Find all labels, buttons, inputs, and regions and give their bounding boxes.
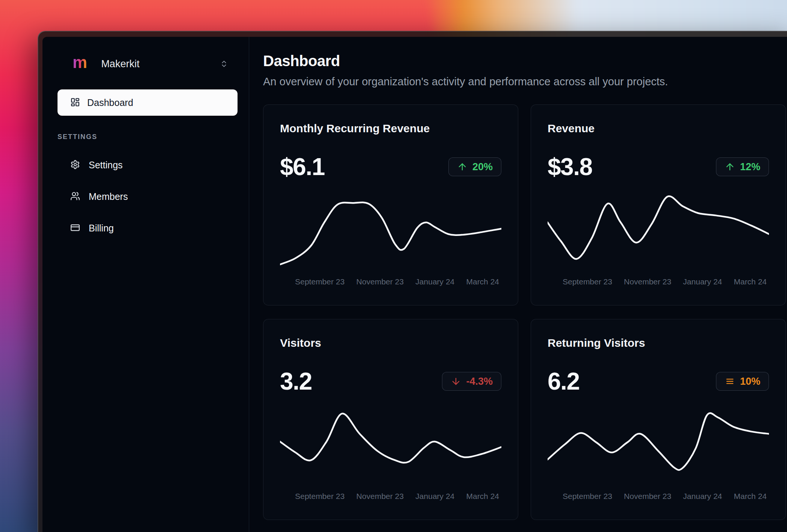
- metrics-grid: Monthly Recurring Revenue $6.1 20% Septe…: [263, 104, 786, 520]
- value-row: $6.1 20%: [280, 153, 501, 181]
- metric-value: $3.8: [548, 153, 592, 181]
- x-axis-labels: September 23November 23January 24March 2…: [280, 277, 501, 286]
- trend-label: -4.3%: [466, 376, 493, 387]
- page-subtitle: An overview of your organization's activ…: [263, 76, 786, 88]
- x-axis-label: January 24: [683, 277, 722, 286]
- trend-badge: -4.3%: [442, 372, 501, 391]
- metric-card: Revenue $3.8 12% September 23November 23…: [531, 104, 786, 305]
- page-title: Dashboard: [263, 53, 786, 70]
- users-icon: [70, 191, 80, 202]
- x-axis-label: March 24: [734, 277, 767, 286]
- sidebar-item-label: Settings: [89, 160, 123, 171]
- x-axis-label: January 24: [683, 492, 722, 501]
- sidebar-item-settings[interactable]: Settings: [58, 154, 238, 175]
- credit-card-icon: [70, 223, 80, 234]
- lines-icon: [725, 376, 735, 387]
- metric-card: Monthly Recurring Revenue $6.1 20% Septe…: [263, 104, 518, 305]
- sidebar: m Makerkit Dashboard SETTINGS Settings M…: [42, 37, 249, 532]
- chevrons-up-down-icon: [220, 60, 228, 68]
- card-title: Visitors: [280, 337, 501, 349]
- metric-value: $6.1: [280, 153, 325, 181]
- line-chart: [548, 187, 769, 275]
- metric-value: 6.2: [548, 367, 579, 395]
- x-axis-label: September 23: [563, 492, 612, 501]
- trend-badge: 10%: [716, 372, 769, 391]
- x-axis-label: November 23: [356, 492, 404, 501]
- x-axis-label: September 23: [563, 277, 612, 286]
- trend-badge: 20%: [448, 157, 501, 176]
- x-axis-label: September 23: [295, 492, 345, 501]
- sidebar-item-label: Members: [89, 191, 128, 202]
- metric-card: Returning Visitors 6.2 10% September 23N…: [531, 319, 786, 520]
- trend-label: 20%: [472, 161, 493, 173]
- card-title: Revenue: [548, 122, 769, 135]
- value-row: $3.8 12%: [548, 153, 769, 181]
- x-axis-label: November 23: [624, 492, 671, 501]
- x-axis-label: March 24: [734, 492, 767, 501]
- sidebar-section-settings: SETTINGS: [58, 133, 238, 141]
- trend-label: 10%: [740, 376, 760, 387]
- makerkit-logo-icon: m: [73, 57, 87, 68]
- x-axis-label: March 24: [466, 492, 499, 501]
- x-axis-labels: September 23November 23January 24March 2…: [280, 492, 501, 501]
- arrow-up-icon: [725, 162, 735, 172]
- x-axis-label: January 24: [415, 492, 454, 501]
- arrow-down-icon: [451, 376, 461, 387]
- sidebar-item-label: Billing: [89, 223, 114, 234]
- line-chart: [280, 401, 501, 490]
- line-chart: [280, 187, 501, 275]
- metric-card: Visitors 3.2 -4.3% September 23November …: [263, 319, 518, 520]
- arrow-up-icon: [457, 162, 468, 172]
- layout-dashboard-icon: [70, 97, 80, 108]
- sidebar-item-billing[interactable]: Billing: [58, 218, 238, 239]
- x-axis-label: March 24: [466, 277, 499, 286]
- workspace-name: Makerkit: [101, 58, 220, 70]
- x-axis-label: September 23: [295, 277, 345, 286]
- card-title: Returning Visitors: [548, 337, 769, 349]
- trend-label: 12%: [740, 161, 760, 173]
- gear-icon: [70, 160, 80, 171]
- sidebar-item-members[interactable]: Members: [58, 186, 238, 207]
- metric-value: 3.2: [280, 367, 312, 395]
- settings-nav: Settings Members Billing: [58, 154, 238, 239]
- value-row: 3.2 -4.3%: [280, 367, 501, 395]
- x-axis-label: January 24: [415, 277, 454, 286]
- value-row: 6.2 10%: [548, 367, 769, 395]
- line-chart: [548, 401, 769, 490]
- app-root: m Makerkit Dashboard SETTINGS Settings M…: [42, 37, 787, 532]
- sidebar-item-label: Dashboard: [87, 97, 133, 108]
- x-axis-labels: September 23November 23January 24March 2…: [548, 277, 769, 286]
- x-axis-label: November 23: [356, 277, 404, 286]
- trend-badge: 12%: [716, 157, 769, 176]
- main-content: Dashboard An overview of your organizati…: [249, 37, 787, 532]
- x-axis-labels: September 23November 23January 24March 2…: [548, 492, 769, 501]
- card-title: Monthly Recurring Revenue: [280, 122, 501, 135]
- app-window: m Makerkit Dashboard SETTINGS Settings M…: [38, 31, 787, 532]
- workspace-switcher[interactable]: m Makerkit: [58, 56, 238, 72]
- sidebar-item-dashboard[interactable]: Dashboard: [58, 89, 238, 116]
- x-axis-label: November 23: [624, 277, 671, 286]
